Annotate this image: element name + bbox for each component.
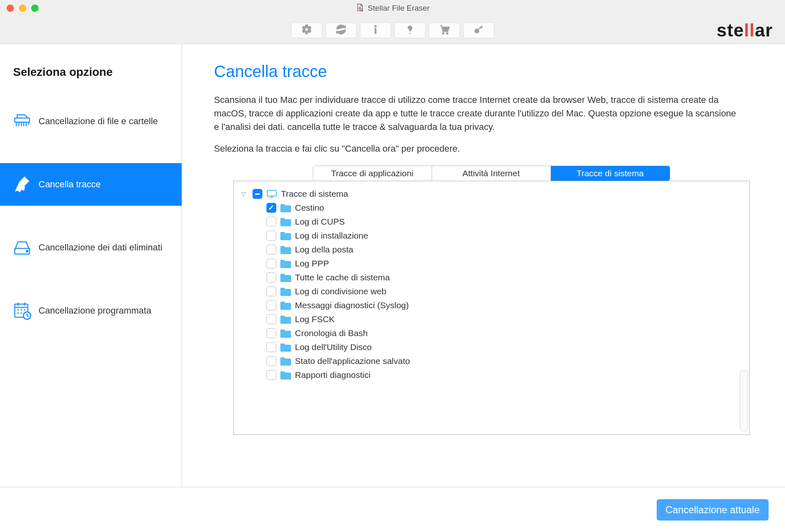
checkbox-unchecked[interactable]	[266, 231, 276, 241]
checkbox-unchecked[interactable]	[266, 259, 276, 268]
svg-rect-2	[375, 28, 376, 34]
checkbox-unchecked[interactable]	[266, 356, 276, 366]
checkbox-unchecked[interactable]	[266, 370, 276, 380]
chevron-down-icon[interactable]: ▽	[239, 191, 248, 197]
tabs: Tracce di applicazioni Attività Internet…	[313, 166, 670, 181]
tree-item[interactable]: Log di installazione	[239, 229, 744, 243]
svg-point-5	[446, 32, 448, 34]
tab-label: Attività Internet	[462, 168, 520, 178]
purchase-button[interactable]	[429, 23, 460, 38]
info-button[interactable]	[360, 23, 391, 38]
folder-icon	[280, 315, 291, 324]
refresh-button[interactable]	[325, 23, 357, 38]
button-label: Cancellazione attuale	[666, 504, 760, 515]
svg-rect-7	[15, 118, 30, 122]
tree-item-label: Messaggi diagnostici (Syslog)	[295, 300, 409, 310]
tree-item[interactable]: Rapporti diagnostici	[239, 368, 744, 382]
page-description: Scansiona il tuo Mac per individuare tra…	[214, 93, 739, 134]
footer: Cancellazione attuale	[0, 487, 785, 532]
drive-icon	[10, 236, 34, 259]
tree-item[interactable]: Log dell'Utility Disco	[239, 340, 744, 354]
tree-item-label: Log PPP	[295, 259, 329, 268]
folder-icon	[280, 301, 291, 310]
svg-point-4	[442, 32, 444, 34]
folder-icon	[280, 371, 291, 380]
tree-item-label: Rapporti diagnostici	[295, 370, 371, 380]
folder-icon	[280, 203, 291, 212]
tree-item[interactable]: Stato dell'applicazione salvato	[239, 354, 744, 368]
sidebar-item-scheduled[interactable]: Cancellazione programmata	[0, 289, 182, 332]
checkbox-unchecked[interactable]	[266, 300, 276, 310]
folder-icon	[280, 217, 291, 226]
broom-icon	[10, 173, 34, 196]
sidebar-item-label: Cancellazione di file e cartelle	[39, 116, 158, 127]
tree-item[interactable]: Messaggi diagnostici (Syslog)	[239, 298, 744, 312]
tree-item-label: Log della posta	[295, 245, 353, 255]
brand-logo: stellar	[717, 20, 773, 41]
checkbox-unchecked[interactable]	[266, 273, 276, 282]
document-icon	[355, 3, 364, 14]
checkbox-unchecked[interactable]	[266, 314, 276, 324]
close-window-button[interactable]	[7, 5, 14, 12]
page-title: Cancella tracce	[214, 62, 769, 81]
help-button[interactable]	[394, 23, 425, 38]
svg-point-3	[409, 32, 410, 34]
tree-item-label: Log FSCK	[295, 314, 335, 324]
gear-icon	[301, 24, 312, 37]
svg-rect-13	[267, 190, 276, 196]
tree-item-label: Cronologia di Bash	[295, 328, 368, 338]
tree-item-label: Log di condivisione web	[295, 286, 387, 296]
tree-root-row[interactable]: ▽ Tracce di sistema	[239, 187, 744, 201]
info-icon	[370, 24, 381, 37]
checkbox-checked[interactable]	[266, 203, 276, 213]
tree-item-label: Cestino	[295, 203, 324, 213]
sidebar-item-deleted-data[interactable]: Cancellazione dei dati eliminati	[0, 226, 182, 269]
help-icon	[404, 24, 416, 37]
sidebar-item-label: Cancellazione programmata	[39, 305, 151, 316]
svg-point-9	[26, 250, 28, 252]
checkbox-unchecked[interactable]	[266, 217, 276, 227]
page-subline: Seleziona la traccia e fai clic su "Canc…	[214, 143, 769, 154]
checkbox-unchecked[interactable]	[266, 342, 276, 352]
tree-item[interactable]: Log della posta	[239, 243, 744, 257]
tree-item[interactable]: Tutte le cache di sistema	[239, 271, 744, 284]
checkbox-unchecked[interactable]	[266, 286, 276, 296]
tab-label: Tracce di sistema	[577, 168, 644, 178]
tree-item[interactable]: Log PPP	[239, 257, 744, 271]
tree-item[interactable]: Log di CUPS	[239, 215, 744, 229]
tree-root-label: Tracce di sistema	[281, 189, 348, 199]
window-controls	[7, 5, 39, 12]
window-title: Stellar File Eraser	[355, 3, 430, 14]
tab-internet-activity[interactable]: Attività Internet	[432, 166, 551, 181]
tab-application-traces[interactable]: Tracce di applicazioni	[313, 166, 432, 181]
sidebar-item-erase-traces[interactable]: Cancella tracce	[0, 163, 182, 206]
tree-item[interactable]: Log di condivisione web	[239, 284, 744, 298]
titlebar: Stellar File Eraser	[0, 0, 785, 16]
scrollbar[interactable]	[740, 370, 748, 431]
folder-icon	[280, 343, 291, 352]
minimize-window-button[interactable]	[19, 5, 26, 12]
sidebar-item-files-folders[interactable]: Cancellazione di file e cartelle	[0, 100, 182, 143]
folder-icon	[280, 329, 291, 338]
settings-button[interactable]	[291, 23, 322, 38]
monitor-icon	[266, 189, 277, 198]
erase-now-button[interactable]: Cancellazione attuale	[657, 499, 769, 521]
checkbox-indeterminate[interactable]	[253, 189, 262, 199]
tree-item[interactable]: Cestino	[239, 201, 744, 215]
cart-icon	[439, 24, 450, 37]
tree-item-label: Log dell'Utility Disco	[295, 342, 372, 352]
tab-system-traces[interactable]: Tracce di sistema	[551, 166, 670, 181]
maximize-window-button[interactable]	[31, 5, 39, 12]
checkbox-unchecked[interactable]	[266, 328, 276, 338]
tree-item[interactable]: Log FSCK	[239, 312, 744, 326]
activation-button[interactable]	[463, 23, 494, 38]
tab-label: Tracce di applicazioni	[331, 168, 413, 178]
tree-item[interactable]: Cronologia di Bash	[239, 326, 744, 340]
svg-point-6	[475, 29, 478, 32]
folder-icon	[280, 231, 291, 240]
folder-icon	[280, 245, 291, 254]
sidebar-item-label: Cancella tracce	[39, 179, 101, 190]
folder-icon	[280, 287, 291, 296]
checkbox-unchecked[interactable]	[266, 245, 276, 255]
sidebar-header: Seleziona opzione	[0, 57, 182, 100]
